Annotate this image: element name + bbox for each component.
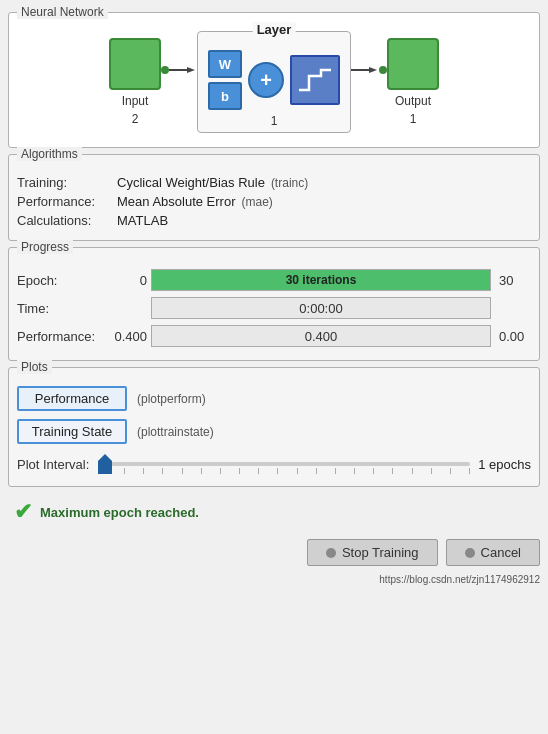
output-label: Output: [395, 94, 431, 108]
layer-group: Layer W b + 1: [197, 31, 351, 133]
algo-value-training: Cyclical Weight/Bias Rule: [117, 175, 265, 190]
svg-marker-1: [187, 67, 195, 73]
algo-code-training: (trainc): [271, 176, 308, 190]
cancel-dot: [465, 548, 475, 558]
layer-num: 1: [271, 114, 278, 128]
svg-marker-3: [369, 67, 377, 73]
tick-17: [412, 468, 413, 474]
progress-row-time: Time: 0:00:00: [17, 294, 531, 322]
status-message: Maximum epoch reached.: [40, 505, 199, 520]
plot-row-training-state: Training State (plottrainstate): [17, 415, 531, 448]
epoch-bar-text: 30 iterations: [286, 273, 357, 287]
training-state-plot-code: (plottrainstate): [137, 425, 214, 439]
url-bar: https://blog.csdn.net/zjn1174962912: [8, 572, 540, 585]
algo-label-performance: Performance:: [17, 194, 117, 209]
tick-14: [354, 468, 355, 474]
progress-bar-epoch: 30 iterations: [151, 269, 491, 291]
progress-epoch-right: 30: [495, 273, 531, 288]
tick-4: [162, 468, 163, 474]
algo-code-performance: (mae): [242, 195, 273, 209]
interval-label: Plot Interval:: [17, 457, 97, 472]
input-box: [109, 38, 161, 90]
output-num: 1: [410, 112, 417, 126]
plots-title: Plots: [17, 360, 52, 374]
status-row: ✔ Maximum epoch reached.: [8, 493, 540, 529]
sum-box: +: [248, 62, 284, 98]
algorithms-section: Algorithms Training: Cyclical Weight/Bia…: [8, 154, 540, 241]
wb-group: W b: [208, 50, 242, 110]
slider-container: [105, 454, 470, 474]
nn-section-title: Neural Network: [17, 5, 108, 19]
tick-10: [277, 468, 278, 474]
cancel-button[interactable]: Cancel: [446, 539, 540, 566]
tick-9: [258, 468, 259, 474]
tick-11: [297, 468, 298, 474]
tick-19: [450, 468, 451, 474]
algo-row-training: Training: Cyclical Weight/Bias Rule (tra…: [17, 173, 531, 192]
tick-8: [239, 468, 240, 474]
algo-value-performance: Mean Absolute Error: [117, 194, 236, 209]
interval-value: 1 epochs: [478, 457, 531, 472]
progress-label-epoch: Epoch:: [17, 273, 107, 288]
algo-rows: Training: Cyclical Weight/Bias Rule (tra…: [17, 173, 531, 230]
progress-row-epoch: Epoch: 0 30 iterations 30: [17, 266, 531, 294]
slider-thumb[interactable]: [98, 454, 112, 474]
slider-track: [105, 462, 470, 466]
interval-row: Plot Interval:: [17, 448, 531, 476]
arrow-svg-in: [169, 64, 197, 76]
training-state-plot-button[interactable]: Training State: [17, 419, 127, 444]
progress-label-time: Time:: [17, 301, 107, 316]
plot-row-performance: Performance (plotperform): [17, 382, 531, 415]
slider-ticks: [105, 468, 470, 474]
tick-20: [469, 468, 470, 474]
tick-18: [431, 468, 432, 474]
dot-out: [379, 66, 387, 74]
tick-16: [392, 468, 393, 474]
input-num: 2: [132, 112, 139, 126]
stop-training-button[interactable]: Stop Training: [307, 539, 438, 566]
bottom-bar: Stop Training Cancel: [8, 535, 540, 566]
algo-value-calculations: MATLAB: [117, 213, 168, 228]
layer-title: Layer: [253, 22, 296, 37]
nn-diagram: Input 2 Layer W b: [19, 25, 529, 137]
stop-label: Stop Training: [342, 545, 419, 560]
perf-center-text: 0.400: [305, 329, 338, 344]
tick-3: [143, 468, 144, 474]
algorithms-title: Algorithms: [17, 147, 82, 161]
progress-perf-left: 0.400: [111, 329, 147, 344]
performance-plot-button[interactable]: Performance: [17, 386, 127, 411]
time-center-text: 0:00:00: [299, 301, 342, 316]
arrow-in: [161, 64, 197, 76]
progress-bar-perf: 0.400: [151, 325, 491, 347]
tick-6: [201, 468, 202, 474]
algo-row-performance: Performance: Mean Absolute Error (mae): [17, 192, 531, 211]
layer-inner: W b +: [208, 50, 340, 110]
progress-rows: Epoch: 0 30 iterations 30 Time: 0:00:00: [17, 266, 531, 350]
tick-13: [335, 468, 336, 474]
neural-network-section: Neural Network Input 2 Layer: [8, 12, 540, 148]
activation-svg: [297, 66, 333, 94]
algo-label-training: Training:: [17, 175, 117, 190]
activation-box: [290, 55, 340, 105]
w-box: W: [208, 50, 242, 78]
tick-2: [124, 468, 125, 474]
tick-5: [182, 468, 183, 474]
algo-row-calculations: Calculations: MATLAB: [17, 211, 531, 230]
tick-15: [373, 468, 374, 474]
output-node: Output 1: [387, 38, 439, 126]
input-label: Input: [122, 94, 149, 108]
stop-dot: [326, 548, 336, 558]
cancel-label: Cancel: [481, 545, 521, 560]
progress-row-perf: Performance: 0.400 0.400 0.00: [17, 322, 531, 350]
main-container: Neural Network Input 2 Layer: [0, 0, 548, 593]
progress-epoch-left: 0: [111, 273, 147, 288]
dot-in: [161, 66, 169, 74]
tick-12: [316, 468, 317, 474]
b-box: b: [208, 82, 242, 110]
tick-7: [220, 468, 221, 474]
arrow-out: [351, 64, 387, 76]
output-box: [387, 38, 439, 90]
progress-bar-time: 0:00:00: [151, 297, 491, 319]
plots-section: Plots Performance (plotperform) Training…: [8, 367, 540, 487]
progress-label-perf: Performance:: [17, 329, 107, 344]
